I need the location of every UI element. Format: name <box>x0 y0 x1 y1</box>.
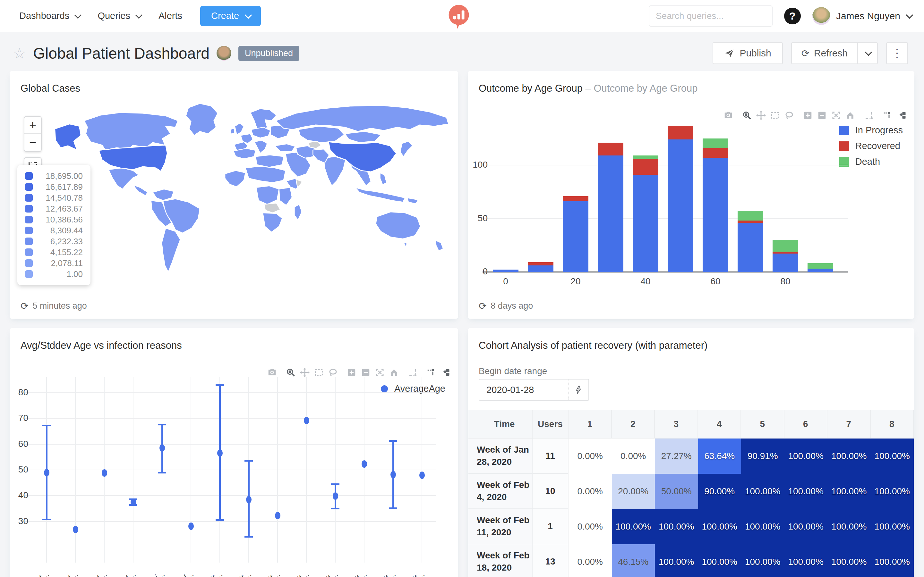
country-maghreb <box>234 148 256 159</box>
bar-30[interactable] <box>598 143 624 272</box>
gridline <box>23 392 436 393</box>
publish-button[interactable]: Publish <box>712 42 782 64</box>
spike-lines-icon[interactable] <box>405 366 420 379</box>
cohort-value-cell: 0.00% <box>569 509 612 544</box>
bar-70[interactable] <box>738 211 763 272</box>
error-bar-cap <box>389 440 397 442</box>
legend-item-death[interactable]: Death <box>839 156 903 167</box>
apply-parameter-button[interactable] <box>568 380 588 400</box>
top-navbar: Dashboards Queries Alerts Create ? <box>0 0 924 32</box>
date-field[interactable] <box>479 385 568 395</box>
data-point-2[interactable] <box>73 526 78 533</box>
world-map[interactable] <box>35 87 452 298</box>
lasso-icon[interactable] <box>782 109 796 122</box>
bar-segment-in-progress <box>668 139 693 272</box>
bar-40[interactable] <box>633 155 658 272</box>
favorite-star-icon[interactable]: ☆ <box>13 45 26 62</box>
pan-icon[interactable] <box>298 366 312 379</box>
refresh-button[interactable]: ⟳ Refresh <box>791 42 857 64</box>
hover-compare-icon[interactable] <box>438 366 452 379</box>
bar-80[interactable] <box>772 240 798 272</box>
zoom-icon[interactable] <box>284 366 298 379</box>
data-point-3[interactable] <box>102 469 107 477</box>
pan-icon[interactable] <box>754 109 768 122</box>
gridline <box>23 470 436 470</box>
lasso-icon[interactable] <box>326 366 340 379</box>
legend-label: Recovered <box>855 141 900 151</box>
bar-0[interactable] <box>493 269 519 272</box>
column-header: 4 <box>698 410 741 438</box>
x-category-label: cont... <box>79 569 109 577</box>
bar-50[interactable] <box>668 126 693 272</box>
nav-dashboards[interactable]: Dashboards <box>19 11 79 21</box>
y-axis-tick: 60 <box>10 439 28 449</box>
user-menu[interactable]: James Nguyen <box>813 7 911 25</box>
nav-alerts[interactable]: Alerts <box>158 11 182 21</box>
legend-value: 8,309.44 <box>38 226 83 235</box>
hover-closest-icon[interactable] <box>880 109 895 122</box>
zoom-out-icon[interactable] <box>815 109 829 122</box>
zoom-in-icon[interactable] <box>801 109 815 122</box>
data-point-4[interactable] <box>131 498 136 506</box>
refresh-dropdown-button[interactable] <box>857 42 878 64</box>
autoscale-icon[interactable] <box>829 109 843 122</box>
spike-lines-icon[interactable] <box>862 109 876 122</box>
data-point-11[interactable] <box>333 492 338 500</box>
bar-60[interactable] <box>703 139 728 272</box>
search-input[interactable] <box>656 11 772 21</box>
create-button[interactable]: Create <box>200 6 261 26</box>
bar-segment-death <box>808 263 833 269</box>
column-header: 3 <box>655 410 698 438</box>
data-point-9[interactable] <box>275 512 280 519</box>
box-select-icon[interactable] <box>768 109 782 122</box>
data-point-7[interactable] <box>217 450 223 457</box>
camera-icon[interactable] <box>265 366 279 379</box>
x-category-label: visit... <box>252 569 282 577</box>
hover-compare-icon[interactable] <box>895 109 909 122</box>
zoom-icon[interactable] <box>740 109 754 122</box>
bar-segment-recovered <box>528 262 553 266</box>
country-new-zealand <box>435 240 443 251</box>
country-sahel-sudan <box>246 166 286 183</box>
reset-axes-icon[interactable] <box>387 366 401 379</box>
map-zoom-in-button[interactable]: + <box>24 117 41 134</box>
x-category-label: visit... <box>339 569 369 577</box>
gridline <box>23 418 436 419</box>
map-legend-item: 18,695.00 <box>25 171 83 181</box>
autoscale-icon[interactable] <box>373 366 387 379</box>
x-axis-tick: 60 <box>703 276 728 287</box>
map-zoom-out-button[interactable]: − <box>24 134 41 151</box>
data-point-12[interactable] <box>362 460 367 468</box>
map-legend-item: 1.00 <box>25 269 83 279</box>
legend-item-in-progress[interactable]: In Progress <box>839 125 903 135</box>
data-point-6[interactable] <box>188 522 194 530</box>
bar-segment-recovered <box>668 126 693 139</box>
cohort-value-cell: 100.00% <box>655 544 698 577</box>
panel-global-cases: Global Cases <box>10 71 458 319</box>
data-point-14[interactable] <box>419 472 425 479</box>
paper-plane-icon <box>724 48 734 58</box>
refresh-label: Refresh <box>814 48 848 59</box>
data-point-13[interactable] <box>391 471 396 478</box>
help-icon[interactable]: ? <box>784 8 801 24</box>
nav-queries[interactable]: Queries <box>97 11 141 21</box>
data-point-1[interactable] <box>44 469 49 476</box>
data-point-10[interactable] <box>304 417 309 424</box>
column-header: Users <box>533 410 569 438</box>
hover-closest-icon[interactable] <box>424 366 438 379</box>
bar-20[interactable] <box>563 196 588 272</box>
more-options-button[interactable]: ⋮ <box>886 42 908 64</box>
camera-icon[interactable] <box>721 109 735 122</box>
zoom-in-icon[interactable] <box>344 366 359 379</box>
legend-item-recovered[interactable]: Recovered <box>839 141 903 151</box>
zoom-out-icon[interactable] <box>359 366 373 379</box>
y-axis-tick: 40 <box>10 490 28 500</box>
data-point-8[interactable] <box>246 496 252 503</box>
map-legend-item: 16,617.89 <box>25 181 83 192</box>
bar-10[interactable] <box>528 262 553 272</box>
reset-axes-icon[interactable] <box>843 109 857 122</box>
data-point-5[interactable] <box>160 444 165 452</box>
redash-logo-icon[interactable] <box>445 3 472 29</box>
box-select-icon[interactable] <box>312 366 326 379</box>
bar-90[interactable] <box>808 263 833 272</box>
